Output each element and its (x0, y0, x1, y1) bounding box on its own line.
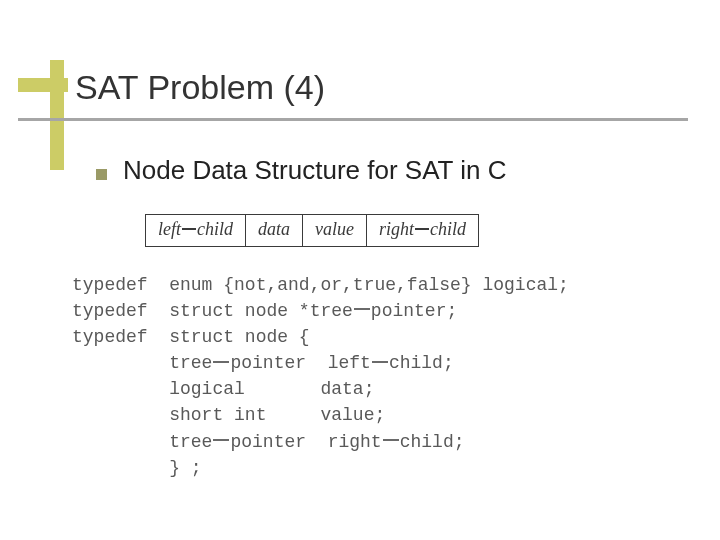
c-code-block: typedef enum {not,and,or,true,false} log… (72, 272, 569, 481)
bullet-text: Node Data Structure for SAT in C (123, 155, 506, 186)
underscore-icon (415, 228, 429, 230)
bullet-square-icon (96, 169, 107, 180)
field-child: child (197, 219, 233, 239)
code-line-1: typedef enum {not,and,or,true,false} log… (72, 275, 569, 295)
field-child2: child (430, 219, 466, 239)
field-left-child: leftchild (145, 214, 246, 247)
code-line-2b: pointer; (371, 301, 457, 321)
field-data: data (246, 214, 303, 247)
underscore-icon (354, 308, 370, 310)
code-line-8: } ; (72, 458, 202, 478)
code-line-4c: child; (389, 353, 454, 373)
code-line-4a: tree (72, 353, 212, 373)
field-right-child: rightchild (367, 214, 479, 247)
underscore-icon (213, 439, 229, 441)
underscore-icon (213, 361, 229, 363)
field-value: value (303, 214, 367, 247)
title-underline (18, 118, 688, 121)
code-line-4b: pointer left (230, 353, 370, 373)
slide: SAT Problem (4) Node Data Structure for … (0, 0, 720, 540)
field-right: right (379, 219, 414, 239)
code-line-6: short int value; (72, 405, 385, 425)
node-fields-table: leftchild data value rightchild (145, 214, 479, 247)
underscore-icon (182, 228, 196, 230)
bullet-row: Node Data Structure for SAT in C (96, 155, 506, 186)
underscore-icon (372, 361, 388, 363)
underscore-icon (383, 439, 399, 441)
slide-title: SAT Problem (4) (75, 68, 325, 107)
code-line-5: logical data; (72, 379, 374, 399)
code-line-7c: child; (400, 432, 465, 452)
decor-horizontal-bar (18, 78, 68, 92)
decor-vertical-bar (50, 60, 64, 170)
field-left: left (158, 219, 181, 239)
code-line-2a: typedef struct node *tree (72, 301, 353, 321)
code-line-7a: tree (72, 432, 212, 452)
code-line-3: typedef struct node { (72, 327, 310, 347)
code-line-7b: pointer right (230, 432, 381, 452)
